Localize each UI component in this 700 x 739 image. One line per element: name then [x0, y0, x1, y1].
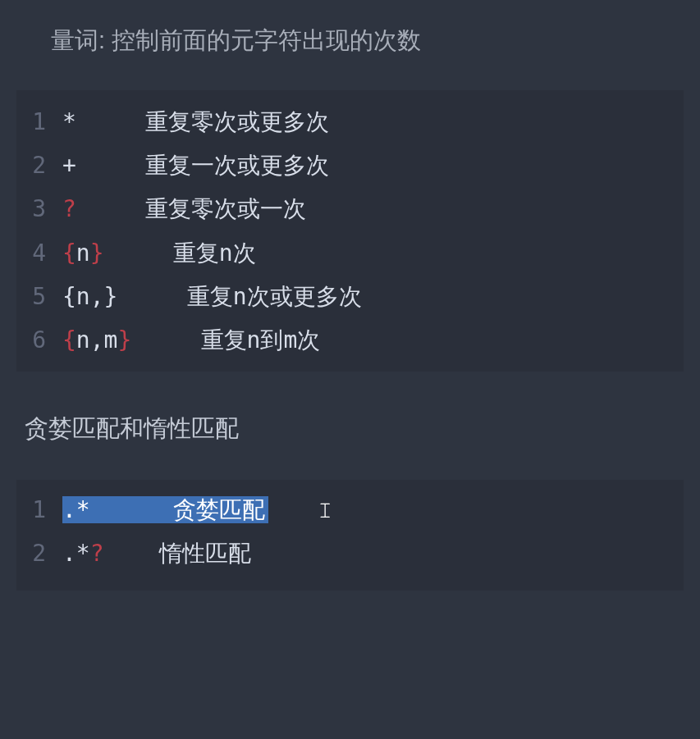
section-heading-quantifiers: 量词: 控制前面的元字符出现的次数 [0, 0, 700, 57]
line-number: 2 [16, 144, 62, 187]
selected-text: .* 贪婪匹配 [62, 496, 268, 523]
section-heading-greedy-lazy: 贪婪匹配和惰性匹配 [0, 372, 700, 445]
code-line: 1 * 重复零次或更多次 [16, 100, 684, 144]
code-line: 1 .* 贪婪匹配𝙸 [16, 488, 684, 531]
text-cursor-icon: 𝙸 [318, 490, 332, 531]
code-text[interactable]: .* 贪婪匹配𝙸 [62, 488, 332, 531]
line-number: 1 [16, 100, 62, 144]
code-line: 3 ? 重复零次或一次 [16, 187, 684, 230]
code-text: {n} 重复n次 [62, 231, 256, 275]
code-line: 2 + 重复一次或更多次 [16, 144, 684, 187]
code-line: 2 .*? 惰性匹配 [16, 531, 684, 575]
code-text: + 重复一次或更多次 [62, 144, 329, 187]
code-text: .*? 惰性匹配 [62, 531, 251, 575]
code-block-quantifiers: 1 * 重复零次或更多次 2 + 重复一次或更多次 3 ? 重复零次或一次 4 … [16, 90, 684, 372]
line-number: 2 [16, 531, 62, 575]
line-number: 5 [16, 275, 62, 318]
code-text: {n,m} 重复n到m次 [62, 318, 320, 362]
code-line: 5 {n,} 重复n次或更多次 [16, 275, 684, 318]
code-line: 6 {n,m} 重复n到m次 [16, 318, 684, 362]
code-text: ? 重复零次或一次 [62, 187, 306, 230]
line-number: 3 [16, 187, 62, 230]
line-number: 6 [16, 318, 62, 362]
line-number: 1 [16, 488, 62, 531]
line-number: 4 [16, 231, 62, 275]
code-block-greedy-lazy: 1 .* 贪婪匹配𝙸 2 .*? 惰性匹配 [16, 480, 684, 590]
code-text: * 重复零次或更多次 [62, 100, 329, 144]
code-text: {n,} 重复n次或更多次 [62, 275, 362, 318]
code-line: 4 {n} 重复n次 [16, 231, 684, 275]
